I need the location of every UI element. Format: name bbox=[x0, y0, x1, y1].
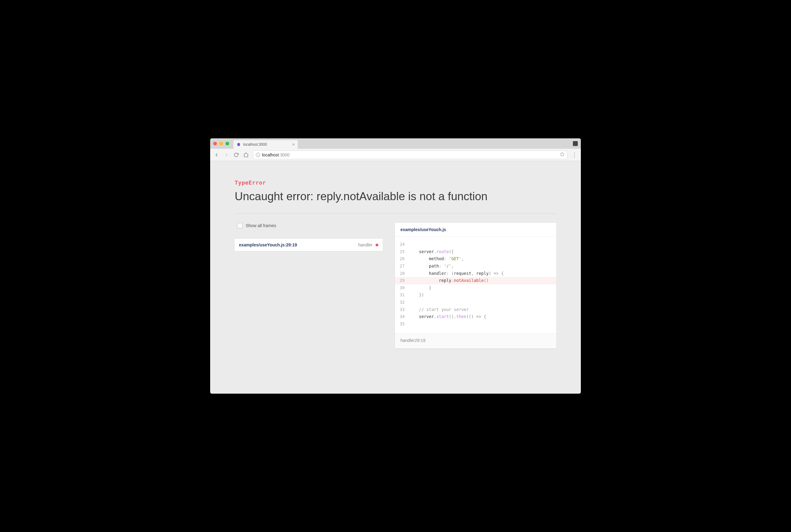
code-text: reply.notAvailable() bbox=[409, 277, 556, 284]
code-text: path: '/', bbox=[409, 263, 556, 270]
line-number: 33 bbox=[395, 306, 409, 314]
close-tab-button[interactable]: × bbox=[292, 142, 295, 147]
line-number: 27 bbox=[395, 263, 409, 270]
url-host: localhost:3000 bbox=[262, 152, 290, 157]
frame-function: handler bbox=[358, 243, 372, 247]
checkbox-icon[interactable] bbox=[237, 223, 243, 228]
home-button[interactable] bbox=[243, 152, 249, 158]
code-line: 25 server.route({ bbox=[395, 248, 556, 255]
maximize-window-button[interactable] bbox=[225, 142, 229, 146]
frame-file: examples/useYouch.js:29:19 bbox=[239, 243, 297, 247]
code-line: 35 bbox=[395, 321, 556, 328]
code-text: } bbox=[409, 284, 556, 292]
columns: Show all frames examples/useYouch.js:29:… bbox=[235, 223, 556, 348]
code-text: method: 'GET', bbox=[409, 255, 556, 263]
site-info-icon[interactable]: i bbox=[256, 153, 260, 157]
error-type: TypeError bbox=[235, 179, 556, 186]
code-text bbox=[409, 321, 556, 328]
favicon-icon bbox=[237, 142, 241, 147]
code-text bbox=[409, 241, 556, 248]
toolbar: i localhost:3000 ⋮ bbox=[210, 149, 581, 161]
code-panel: examples/useYouch.js 2425 server.route({… bbox=[395, 223, 556, 348]
browser-menu-button[interactable]: ⋮ bbox=[572, 152, 577, 158]
tab-title: localhost:3000 bbox=[243, 142, 267, 147]
close-window-button[interactable] bbox=[213, 142, 217, 146]
code-line: 28 handler: (request, reply) => { bbox=[395, 270, 556, 277]
stack-frame-item[interactable]: examples/useYouch.js:29:19handler bbox=[235, 239, 383, 251]
code-line: 30 } bbox=[395, 284, 556, 292]
browser-window: localhost:3000 × i localhost:3000 ⋮ Type… bbox=[210, 138, 581, 394]
show-all-frames-toggle[interactable]: Show all frames bbox=[235, 223, 383, 228]
code-line: 32 bbox=[395, 299, 556, 306]
code-line: 34 server.start().then(() => { bbox=[395, 313, 556, 321]
code-footer: handler29:19 bbox=[395, 333, 556, 348]
code-text: handler: (request, reply) => { bbox=[409, 270, 556, 277]
code-line: 24 bbox=[395, 241, 556, 248]
frame-indicator-icon bbox=[375, 244, 378, 246]
line-number: 29 bbox=[395, 277, 409, 284]
bookmark-star-icon[interactable] bbox=[560, 152, 565, 158]
line-number: 32 bbox=[395, 299, 409, 306]
code-text: // start your server bbox=[409, 306, 556, 314]
extension-icon[interactable] bbox=[573, 141, 578, 146]
forward-button[interactable] bbox=[224, 152, 229, 158]
divider bbox=[235, 213, 556, 214]
code-text: }) bbox=[409, 291, 556, 299]
code-line: 26 method: 'GET', bbox=[395, 255, 556, 263]
code-line: 31 }) bbox=[395, 291, 556, 299]
line-number: 26 bbox=[395, 255, 409, 263]
minimize-window-button[interactable] bbox=[219, 142, 223, 146]
page-content: TypeError Uncaught error: reply.notAvail… bbox=[210, 161, 581, 394]
code-line: 29 reply.notAvailable() bbox=[395, 277, 556, 284]
browser-tab[interactable]: localhost:3000 × bbox=[234, 140, 298, 149]
line-number: 35 bbox=[395, 321, 409, 328]
window-controls bbox=[213, 142, 229, 146]
back-button[interactable] bbox=[214, 152, 219, 158]
line-number: 24 bbox=[395, 241, 409, 248]
code-line: 33 // start your server bbox=[395, 306, 556, 314]
show-all-frames-label: Show all frames bbox=[246, 223, 276, 228]
line-number: 31 bbox=[395, 291, 409, 299]
svg-marker-0 bbox=[237, 142, 240, 146]
code-text bbox=[409, 299, 556, 306]
line-number: 25 bbox=[395, 248, 409, 255]
svg-marker-1 bbox=[560, 152, 564, 156]
reload-button[interactable] bbox=[234, 152, 239, 158]
error-title: Uncaught error: reply.notAvailable is no… bbox=[235, 190, 556, 203]
line-number: 28 bbox=[395, 270, 409, 277]
code-line: 27 path: '/', bbox=[395, 263, 556, 270]
stack-frames-panel: Show all frames examples/useYouch.js:29:… bbox=[235, 223, 383, 348]
code-text: server.route({ bbox=[409, 248, 556, 255]
code-body: 2425 server.route({26 method: 'GET',27 p… bbox=[395, 236, 556, 333]
address-bar[interactable]: i localhost:3000 bbox=[253, 151, 567, 159]
line-number: 34 bbox=[395, 313, 409, 321]
code-file-header: examples/useYouch.js bbox=[395, 223, 556, 236]
line-number: 30 bbox=[395, 284, 409, 292]
tab-bar: localhost:3000 × bbox=[210, 138, 581, 149]
code-text: server.start().then(() => { bbox=[409, 313, 556, 321]
